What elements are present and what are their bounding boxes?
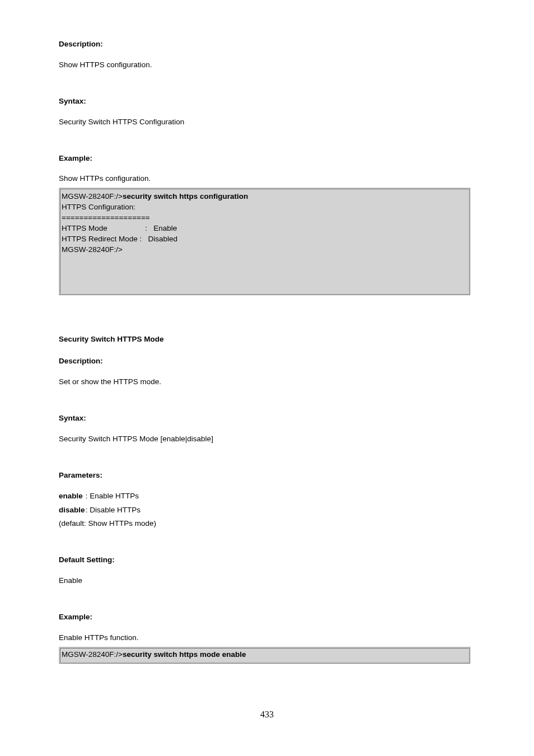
- param-disable-key: disable: [59, 505, 83, 516]
- terminal-line-3: HTTPS Mode : Enable: [62, 223, 467, 234]
- example-intro-2: Enable HTTPs function.: [59, 633, 473, 643]
- heading-syntax-1: Syntax:: [59, 96, 473, 107]
- heading-default-setting: Default Setting:: [59, 555, 473, 566]
- heading-syntax-2: Syntax:: [59, 413, 473, 424]
- desc-2: Set or show the HTTPS mode.: [59, 377, 473, 388]
- example-intro-1: Show HTTPs configuration.: [59, 174, 473, 184]
- terminal-prompt-1: MGSW-28240F:/>: [62, 192, 123, 200]
- terminal-line-4: HTTPS Redirect Mode : Disabled: [62, 234, 467, 245]
- terminal-prompt-2: MGSW-28240F:/>: [62, 650, 123, 659]
- heading-description-1: Description:: [59, 39, 473, 50]
- terminal-output-2: MGSW-28240F:/>security switch https mode…: [59, 647, 470, 664]
- terminal-line-1: HTTPS Configuration:: [62, 202, 467, 213]
- syntax-2: Security Switch HTTPS Mode [enable|disab…: [59, 434, 473, 445]
- page-number: 433: [0, 708, 534, 721]
- param-enable-row: enable : Enable HTTPs: [59, 491, 473, 502]
- param-disable-row: disable : Disable HTTPs: [59, 505, 473, 516]
- terminal-line-5: MGSW-28240F:/>: [62, 245, 467, 255]
- terminal-output-1: MGSW-28240F:/>security switch https conf…: [59, 188, 470, 295]
- command-title: Security Switch HTTPS Mode: [59, 334, 473, 345]
- terminal-line-2: ====================: [62, 213, 467, 223]
- heading-example-1: Example:: [59, 153, 473, 164]
- heading-description-2: Description:: [59, 356, 473, 367]
- terminal-cmd-2: security switch https mode enable: [123, 650, 246, 659]
- heading-example-2: Example:: [59, 612, 473, 623]
- default-value: Enable: [59, 576, 473, 586]
- syntax-1: Security Switch HTTPS Configuration: [59, 117, 473, 128]
- param-default-note: (default: Show HTTPs mode): [59, 519, 473, 529]
- page-content: Description: Show HTTPS configuration. S…: [59, 39, 473, 664]
- heading-parameters: Parameters:: [59, 470, 473, 481]
- param-enable-key: enable: [59, 491, 83, 502]
- desc-1: Show HTTPS configuration.: [59, 60, 473, 71]
- terminal-cmd-1: security switch https configuration: [123, 192, 248, 200]
- param-disable-val: : Disable HTTPs: [86, 506, 140, 514]
- param-enable-val: : Enable HTTPs: [86, 492, 139, 500]
